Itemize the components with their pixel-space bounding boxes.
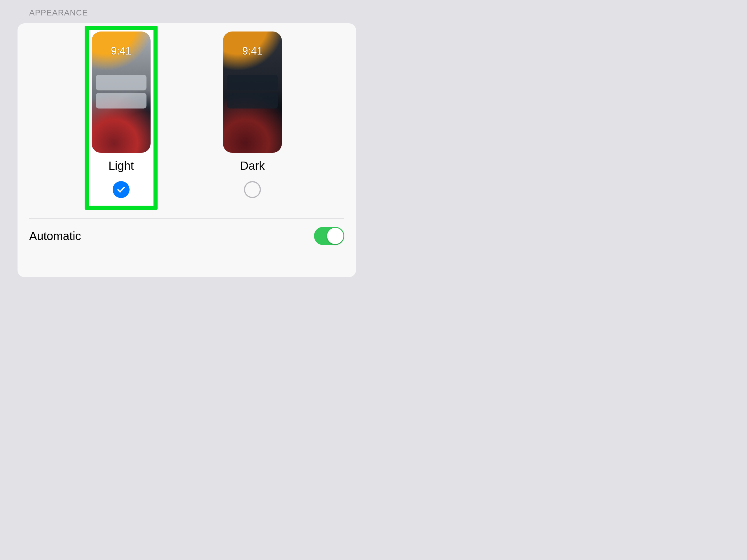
checkmark-icon — [117, 185, 126, 194]
appearance-option-dark-radio[interactable] — [244, 181, 261, 198]
appearance-card: 9:41 Light 9:41 Dark Automatic — [18, 23, 356, 277]
appearance-option-dark[interactable]: 9:41 Dark — [216, 31, 289, 207]
appearance-section-header: APPEARANCE — [0, 0, 374, 23]
preview-widget — [96, 93, 147, 108]
preview-widget — [227, 93, 278, 108]
preview-widget — [96, 75, 147, 90]
preview-widget — [227, 75, 278, 90]
appearance-option-light-label: Light — [108, 159, 134, 172]
automatic-row: Automatic — [18, 219, 356, 245]
preview-time-dark: 9:41 — [223, 45, 282, 57]
toggle-knob — [327, 228, 343, 244]
light-preview-thumbnail: 9:41 — [92, 31, 151, 153]
preview-time-light: 9:41 — [92, 45, 151, 57]
automatic-label: Automatic — [29, 230, 81, 243]
appearance-option-light-radio[interactable] — [113, 181, 130, 198]
appearance-options-row: 9:41 Light 9:41 Dark — [18, 31, 356, 218]
appearance-option-light[interactable]: 9:41 Light — [85, 26, 158, 210]
automatic-toggle[interactable] — [314, 227, 344, 245]
dark-preview-thumbnail: 9:41 — [223, 31, 282, 153]
appearance-option-dark-label: Dark — [240, 159, 265, 172]
